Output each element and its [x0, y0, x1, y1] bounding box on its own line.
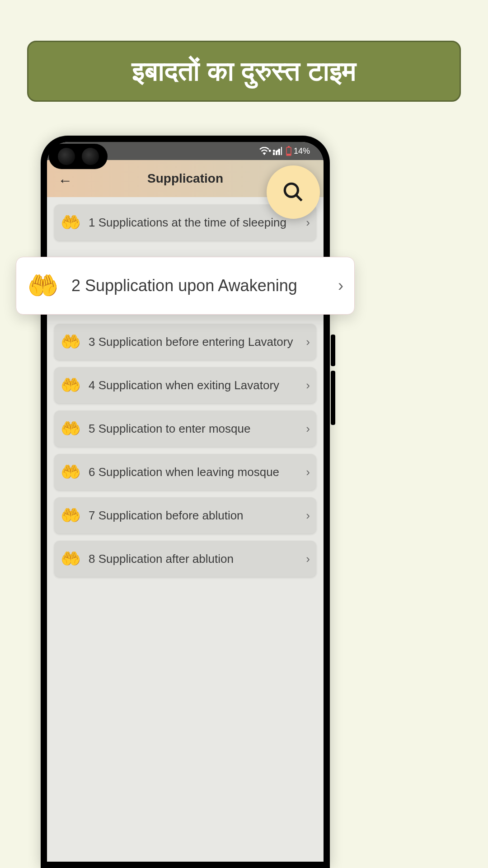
phone-screen: ••• 14% ← Supplication 🤲1 Supplications …	[47, 142, 324, 862]
praying-hands-icon: 🤲	[61, 549, 80, 569]
chevron-right-icon: ›	[306, 216, 310, 230]
wifi-icon	[259, 147, 269, 155]
item-label: 4 Supplication when exiting Lavatory	[89, 377, 298, 394]
battery-icon	[286, 146, 292, 156]
chevron-right-icon: ›	[306, 552, 310, 566]
phone-side-button	[331, 335, 335, 366]
item-label: 1 Supplications at the time of sleeping	[89, 214, 298, 231]
supplication-list: 🤲1 Supplications at the time of sleeping…	[47, 197, 324, 591]
page-title: Supplication	[147, 171, 223, 186]
back-arrow-icon[interactable]: ←	[58, 172, 72, 189]
promo-banner: इबादतों का दुरुस्त टाइम	[27, 41, 461, 102]
svg-rect-1	[288, 146, 290, 147]
chevron-right-icon: ›	[306, 465, 310, 479]
item-label: 5 Supplication to enter mosque	[89, 420, 298, 438]
list-item-highlighted[interactable]: 🤲2 Supplication upon Awakening›	[16, 257, 355, 315]
banner-title: इबादतों का दुरुस्त टाइम	[132, 56, 356, 87]
item-label: 8 Supplication after ablution	[89, 550, 298, 568]
praying-hands-icon: 🤲	[61, 419, 80, 439]
search-button[interactable]	[267, 165, 320, 219]
praying-hands-icon: 🤲	[61, 375, 80, 395]
item-label: 2 Supplication upon Awakening	[71, 274, 325, 298]
chevron-right-icon: ›	[306, 335, 310, 349]
chevron-right-icon: ›	[338, 276, 343, 295]
item-label: 7 Supplication before ablution	[89, 507, 298, 524]
svg-line-4	[296, 195, 302, 201]
praying-hands-icon: 🤲	[27, 270, 59, 302]
list-item[interactable]: 🤲3 Supplication before entering Lavatory…	[54, 324, 316, 360]
item-label: 3 Supplication before entering Lavatory	[89, 333, 298, 351]
praying-hands-icon: 🤲	[61, 505, 80, 525]
search-icon	[282, 181, 305, 203]
battery-percent: 14%	[294, 146, 310, 156]
item-label: 6 Supplication when leaving mosque	[89, 463, 298, 481]
chevron-right-icon: ›	[306, 378, 310, 392]
list-item[interactable]: 🤲4 Supplication when exiting Lavatory›	[54, 367, 316, 403]
battery-indicator: 14%	[286, 146, 310, 156]
phone-side-button	[331, 371, 335, 425]
praying-hands-icon: 🤲	[61, 462, 80, 482]
list-item[interactable]: 🤲8 Supplication after ablution›	[54, 541, 316, 577]
camera-notch	[49, 144, 108, 169]
praying-hands-icon: 🤲	[61, 332, 80, 352]
chevron-right-icon: ›	[306, 509, 310, 523]
list-item[interactable]: 🤲5 Supplication to enter mosque›	[54, 410, 316, 447]
svg-point-3	[285, 184, 298, 197]
phone-frame: ••• 14% ← Supplication 🤲1 Supplications …	[41, 136, 330, 868]
list-item[interactable]: 🤲6 Supplication when leaving mosque›	[54, 454, 316, 490]
praying-hands-icon: 🤲	[61, 212, 80, 232]
chevron-right-icon: ›	[306, 422, 310, 436]
list-item[interactable]: 🤲7 Supplication before ablution›	[54, 497, 316, 533]
svg-rect-2	[287, 154, 291, 155]
status-dots: •••	[268, 146, 281, 156]
